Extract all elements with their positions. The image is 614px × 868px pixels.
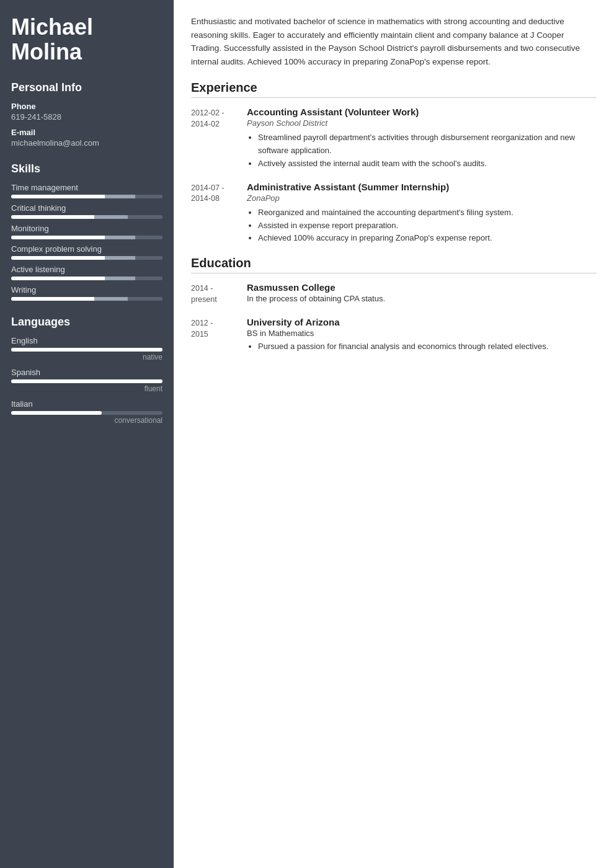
experience-bullet: Streamlined payroll department's activit… xyxy=(258,131,597,157)
education-school: University of Arizona xyxy=(247,317,597,327)
education-school: Rasmussen College xyxy=(247,282,597,293)
education-bullets: Pursued a passion for financial analysis… xyxy=(247,340,597,353)
education-date: 2012 - 2015 xyxy=(191,317,247,353)
languages-list: EnglishnativeSpanishfluentItalianconvers… xyxy=(11,336,162,425)
experience-bullet: Actively assisted the internal audit tea… xyxy=(258,157,597,170)
language-bar xyxy=(11,411,162,415)
phone-label: Phone xyxy=(11,102,162,111)
language-bar xyxy=(11,348,162,352)
email-value: michaelmolina@aol.com xyxy=(11,138,162,148)
experience-date: 2014-07 - 2014-08 xyxy=(191,182,247,245)
skill-label: Time management xyxy=(11,183,162,192)
experience-bullet: Reorganized and maintained the accountin… xyxy=(258,206,597,219)
experience-bullets: Streamlined payroll department's activit… xyxy=(247,131,597,170)
language-label: Spanish xyxy=(11,368,162,377)
experience-bullet: Assisted in expense report preparation. xyxy=(258,219,597,232)
experience-org: ZonaPop xyxy=(247,193,597,203)
language-label: Italian xyxy=(11,399,162,409)
skill-label: Complex problem solving xyxy=(11,244,162,254)
experience-title: Administrative Assistant (Summer Interns… xyxy=(247,182,597,192)
skill-bar xyxy=(11,297,162,301)
skill-bar xyxy=(11,256,162,260)
skill-bar xyxy=(11,195,162,198)
language-label: English xyxy=(11,336,162,345)
language-level: native xyxy=(11,353,162,361)
experience-bullets: Reorganized and maintained the accountin… xyxy=(247,206,597,245)
phone-value: 619-241-5828 xyxy=(11,112,162,122)
skill-label: Writing xyxy=(11,285,162,294)
education-degree: In the process of obtaining CPA status. xyxy=(247,294,597,303)
experience-list: 2012-02 - 2014-02Accounting Assistant (V… xyxy=(191,107,597,245)
main-content: Enthusiastic and motivated bachelor of s… xyxy=(174,0,614,868)
education-date: 2014 - present xyxy=(191,282,247,306)
personal-info-title: Personal Info xyxy=(11,79,162,94)
education-item: 2014 - presentRasmussen CollegeIn the pr… xyxy=(191,282,597,306)
education-bullet: Pursued a passion for financial analysis… xyxy=(258,340,597,353)
skill-label: Critical thinking xyxy=(11,203,162,213)
education-list: 2014 - presentRasmussen CollegeIn the pr… xyxy=(191,282,597,353)
experience-org: Payson School District xyxy=(247,118,597,128)
email-label: E-mail xyxy=(11,128,162,137)
languages-title: Languages xyxy=(11,313,162,329)
experience-bullet: Achieved 100% accuracy in preparing Zona… xyxy=(258,232,597,245)
experience-item: 2014-07 - 2014-08Administrative Assistan… xyxy=(191,182,597,245)
skill-label: Monitoring xyxy=(11,224,162,233)
candidate-name: Michael Molina xyxy=(11,15,162,64)
language-bar xyxy=(11,379,162,383)
experience-section-title: Experience xyxy=(191,81,597,98)
skills-title: Skills xyxy=(11,160,162,175)
experience-content: Administrative Assistant (Summer Interns… xyxy=(247,182,597,245)
skill-bar xyxy=(11,236,162,239)
education-section-title: Education xyxy=(191,256,597,273)
summary-text: Enthusiastic and motivated bachelor of s… xyxy=(191,15,597,68)
experience-date: 2012-02 - 2014-02 xyxy=(191,107,247,170)
skill-bar xyxy=(11,215,162,219)
language-level: conversational xyxy=(11,416,162,425)
experience-item: 2012-02 - 2014-02Accounting Assistant (V… xyxy=(191,107,597,170)
skill-bar xyxy=(11,277,162,280)
education-degree: BS in Mathematics xyxy=(247,329,597,338)
education-content: Rasmussen CollegeIn the process of obtai… xyxy=(247,282,597,306)
language-level: fluent xyxy=(11,384,162,393)
sidebar: Michael Molina Personal Info Phone 619-2… xyxy=(0,0,174,868)
skill-label: Active listening xyxy=(11,265,162,274)
education-content: University of ArizonaBS in MathematicsPu… xyxy=(247,317,597,353)
experience-content: Accounting Assistant (Volunteer Work)Pay… xyxy=(247,107,597,170)
skills-list: Time managementCritical thinkingMonitori… xyxy=(11,183,162,301)
education-item: 2012 - 2015University of ArizonaBS in Ma… xyxy=(191,317,597,353)
experience-title: Accounting Assistant (Volunteer Work) xyxy=(247,107,597,117)
